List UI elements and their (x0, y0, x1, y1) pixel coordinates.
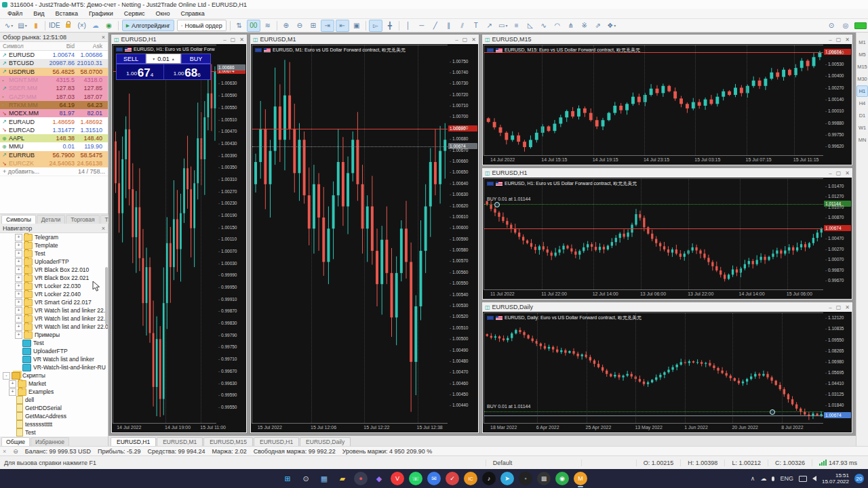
taskbar-tiktok[interactable]: ♪ (482, 472, 496, 485)
tree-expander[interactable]: + (15, 315, 22, 323)
collapse-icon[interactable]: ⊖ (13, 448, 18, 455)
community-icon[interactable]: ◉ (103, 20, 115, 31)
tab-Детали[interactable]: Детали (37, 215, 65, 224)
tree-item-Market[interactable]: +Market (0, 380, 108, 388)
chart-window-titlebar[interactable]: ◫EURUSD,Daily–▢✕ (482, 302, 852, 312)
tree-expander[interactable]: - (3, 372, 10, 380)
chart-window-EURUSD,H1[interactable]: ◫EURUSD,H1–▢✕EURUSD, H1: Euro vs US Doll… (481, 167, 853, 300)
chart-window-EURUSD,M15[interactable]: ◫EURUSD,M15–▢✕EURUSD, M15: Euro vs US Do… (481, 34, 853, 166)
tab-Избранное[interactable]: Избранное (31, 437, 69, 446)
arrows-pack-tool[interactable]: ⇗ (592, 20, 604, 31)
table-row-EURAUD[interactable]: ↗EURAUD1.486591.48692 (0, 117, 108, 125)
crosshair-tool[interactable]: ╋ (384, 20, 396, 31)
bar-chart[interactable]: ▮ (30, 20, 42, 31)
tree-expander[interactable]: + (15, 307, 22, 314)
timeframe-M1[interactable]: M1 (856, 37, 868, 48)
chart-style-dropdown[interactable]: ▾ (25, 23, 27, 28)
chart-mode-dropdown[interactable]: ▾ (11, 23, 13, 28)
taskbar-whatsapp[interactable]: ☏ (409, 472, 422, 485)
vertical-line-tool[interactable]: │ (402, 20, 414, 31)
lot-size-input[interactable]: ▼0.01▲ (146, 54, 181, 64)
table-row-MOEX.MM[interactable]: ↘MOEX.MM81.9782.01 (0, 109, 108, 117)
tree-expander[interactable]: + (15, 323, 22, 331)
menu-Сервис[interactable]: Сервис (119, 9, 150, 18)
tree-item-VR-Watch-list-and-linker[interactable]: VR Watch list and linker (0, 355, 108, 363)
cloud-icon[interactable]: ☁ (90, 20, 102, 31)
scrollbar-thumb[interactable] (105, 267, 108, 325)
timeframe-M30[interactable]: M30 (856, 73, 868, 85)
taskbar-search[interactable]: ⊙ (299, 472, 313, 485)
tree-expander[interactable]: + (15, 234, 22, 241)
buy-button[interactable]: BUY (181, 54, 211, 64)
tree-item--[interactable]: -Скрипты (0, 371, 108, 380)
chart-tab-EURUSD,H1[interactable]: EURUSD,H1 (111, 437, 156, 446)
tree-item-Telegram[interactable]: +Telegram (0, 233, 108, 241)
taskbar-ic-markets[interactable]: IC (464, 472, 477, 485)
close-icon[interactable]: ✕ (471, 37, 476, 43)
tree-item-VR-Watch-list-and-linker-22-071[interactable]: +VR Watch list and linker 22.071 (0, 323, 108, 331)
tree-item-Template[interactable]: +Template (0, 241, 108, 249)
cursor-tool[interactable]: ▻ (369, 20, 382, 32)
algo-trading-button[interactable]: ▶Алготрейдинг (122, 20, 174, 31)
taskbar-todoist[interactable]: ✓ (446, 472, 459, 485)
one-click-trading[interactable]: 00 (247, 20, 260, 32)
auto-scroll[interactable]: ⇤ (336, 20, 349, 32)
tree-expander[interactable]: + (15, 266, 22, 274)
minimize-icon[interactable]: – (223, 37, 226, 43)
chart-window-titlebar[interactable]: ◫EURUSD,H1–▢✕ (482, 168, 852, 178)
close-icon[interactable]: × (102, 225, 105, 232)
search-icon[interactable]: ⊙ (825, 20, 837, 31)
taskbar-start[interactable]: ⊞ (281, 472, 294, 485)
timeframe-MN[interactable]: MN (856, 134, 868, 146)
taskbar-screen-recorder[interactable]: ● (354, 472, 368, 485)
table-row-BTCUSD[interactable]: ↗BTCUSD20987.8621010.31 (0, 59, 108, 67)
chart-window-titlebar[interactable]: ◫EURUSD,M15–▢✕ (482, 35, 852, 44)
shapes-tool[interactable]: ▭▾ (497, 20, 509, 31)
tree-item-VR-Watch-list-and-linker-RU[interactable]: VR-Watch-list-and-linker-RU (0, 363, 108, 371)
column-header-Ask[interactable]: Ask (75, 43, 104, 49)
menu-Графики[interactable]: Графики (84, 9, 118, 18)
table-row-EURRUB[interactable]: ↗EURRUB56.790058.5475 (0, 151, 108, 159)
chart-shift[interactable]: ⇥ (321, 20, 334, 32)
menu-Файл[interactable]: Файл (3, 9, 27, 18)
add-symbol-label[interactable]: + добавить... (3, 168, 39, 175)
chart-plot[interactable]: EURUSD, H1: Euro vs US Dollar Forward co… (484, 178, 824, 290)
tree-expander[interactable]: + (15, 274, 22, 282)
timeframe-H1[interactable]: H1 (856, 85, 868, 97)
taskbar-messenger[interactable]: ✉ (427, 472, 441, 485)
profile-name[interactable]: Default (486, 460, 581, 466)
tree-expander[interactable]: + (15, 242, 22, 249)
elliott-tool[interactable]: ※ (578, 20, 591, 31)
timeframe-M5[interactable]: M5 (856, 49, 868, 60)
maximize-icon[interactable]: ▢ (462, 37, 468, 43)
maximize-icon[interactable]: ▢ (231, 37, 236, 43)
clock[interactable]: 15:5115.07.2022 (822, 472, 849, 485)
sell-button[interactable]: SELL (116, 54, 146, 64)
taskbar-metatrader[interactable]: M (574, 472, 587, 485)
tree-item-tesssssttttt[interactable]: tesssssttttt (0, 420, 108, 428)
minimize-icon[interactable]: – (455, 37, 458, 43)
chart-tab-EURUSD,H1[interactable]: EURUSD,H1 (254, 437, 299, 446)
arrow-tool[interactable]: ↗ (484, 20, 496, 31)
horizontal-line-tool[interactable]: ─ (416, 20, 428, 31)
tree-expander[interactable]: + (9, 380, 16, 388)
lot-decrease[interactable]: ▼ (152, 57, 155, 61)
language-indicator[interactable]: ENG (780, 475, 793, 482)
chart-window-titlebar[interactable]: ◫EURUSD,M1–▢✕ (250, 35, 479, 44)
close-icon[interactable]: ✕ (845, 304, 850, 310)
connection-status[interactable] (854, 20, 867, 31)
fibo-tool[interactable]: ≡ (511, 20, 523, 31)
chart-tab-EURUSD,Daily[interactable]: EURUSD,Daily (300, 437, 351, 446)
chart-plot[interactable]: EURUSD, Daily: Euro vs US Dollar Forward… (484, 312, 824, 424)
tree-expander[interactable]: + (15, 331, 22, 339)
text-tool[interactable]: T (470, 20, 482, 31)
chart-plot[interactable]: EURUSD, M1: Euro vs US Dollar Forward co… (252, 45, 448, 424)
shapes-tool-dropdown[interactable]: ▾ (505, 23, 507, 28)
chart-tab-EURUSD,M15[interactable]: EURUSD,M15 (203, 437, 253, 446)
taskbar-dot-app[interactable]: ◦ (519, 472, 532, 485)
microphone-icon[interactable] (772, 476, 774, 481)
tree-item-dell[interactable]: dell (0, 396, 108, 404)
tick-chart[interactable]: ⇅ (233, 20, 245, 31)
lot-increase[interactable]: ▲ (172, 57, 175, 61)
chart-mode[interactable]: ∿▾ (3, 20, 15, 31)
